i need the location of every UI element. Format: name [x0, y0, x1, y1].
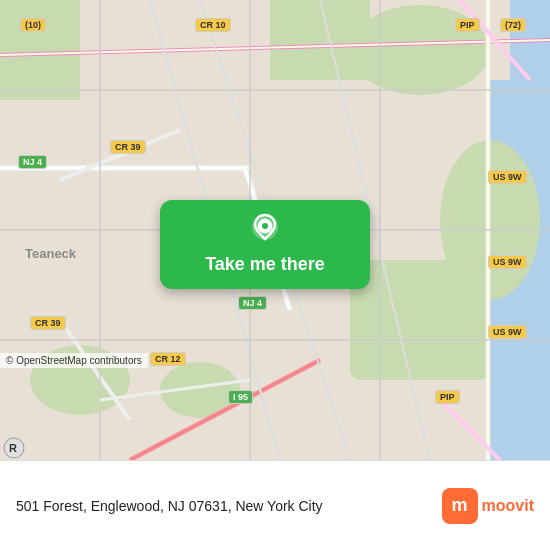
svg-rect-9: [270, 0, 370, 80]
road-label-us9w-3: US 9W: [488, 325, 527, 339]
road-label-72: (72): [500, 18, 526, 32]
road-label-pip-bottom: PIP: [435, 390, 460, 404]
svg-text:Teaneck: Teaneck: [25, 246, 77, 261]
moovit-icon: m: [442, 488, 478, 524]
svg-rect-5: [350, 260, 490, 380]
road-label-nj4-center: NJ 4: [238, 296, 267, 310]
osm-attribution: © OpenStreetMap contributors: [0, 353, 148, 368]
address-text: 501 Forest, Englewood, NJ 07631, New Yor…: [16, 498, 442, 514]
road-label-cr10-left: CR 10: [195, 18, 231, 32]
road-label-cr39-bottom: CR 39: [30, 316, 66, 330]
road-label-us9w-2: US 9W: [488, 255, 527, 269]
road-label-cr39-top: CR 39: [110, 140, 146, 154]
take-me-there-button[interactable]: Take me there: [160, 200, 370, 289]
road-label-nj4-left: NJ 4: [18, 155, 47, 169]
info-bar: 501 Forest, Englewood, NJ 07631, New Yor…: [0, 460, 550, 550]
road-label-us9w-1: US 9W: [488, 170, 527, 184]
map-container: Teaneck R (10) CR 10 (72) PIP CR 39 NJ 4…: [0, 0, 550, 460]
svg-text:R: R: [9, 442, 17, 454]
road-label-10: (10): [20, 18, 46, 32]
take-me-there-label: Take me there: [205, 254, 325, 275]
location-pin-icon: [247, 212, 283, 248]
svg-point-39: [262, 223, 268, 229]
road-label-cr12: CR 12: [150, 352, 186, 366]
svg-rect-8: [0, 0, 80, 100]
road-label-pip-top: PIP: [455, 18, 480, 32]
road-label-i95: I 95: [228, 390, 253, 404]
moovit-logo-text: moovit: [482, 497, 534, 515]
moovit-logo: m moovit: [442, 488, 534, 524]
